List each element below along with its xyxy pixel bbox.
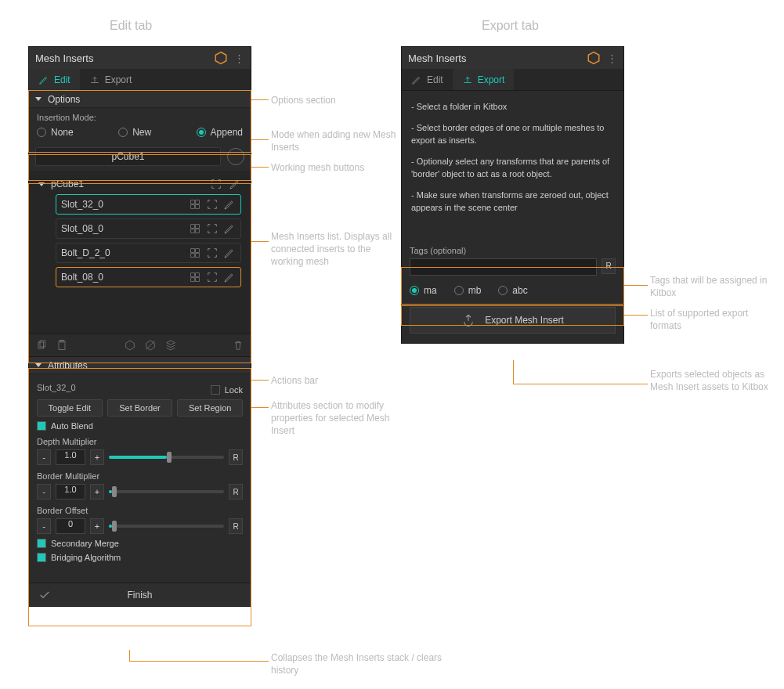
working-mesh-button[interactable]: pCube1: [35, 147, 221, 166]
svg-rect-9: [191, 249, 195, 253]
attributes-header-label: Attributes: [48, 360, 88, 371]
options-header-label: Options: [48, 94, 80, 105]
tab-export[interactable]: Export: [80, 69, 142, 90]
pencil-icon[interactable]: [229, 178, 241, 190]
border-offset-slider[interactable]: [109, 525, 224, 528]
svg-marker-0: [215, 52, 226, 64]
stack-icon[interactable]: [164, 339, 177, 352]
finish-button[interactable]: Finish: [29, 583, 251, 606]
finish-label: Finish: [127, 590, 152, 601]
panel-title: Mesh Inserts: [408, 52, 466, 64]
secondary-merge-checkbox[interactable]: Secondary Merge: [37, 539, 243, 548]
list-item[interactable]: Slot_32_0: [56, 194, 241, 215]
decrement-button[interactable]: -: [37, 449, 51, 465]
reset-button[interactable]: R: [229, 449, 243, 465]
svg-rect-6: [196, 225, 200, 229]
options-header[interactable]: Options: [29, 91, 251, 108]
list-header-label: pCube1: [51, 179, 84, 189]
working-mesh-circle-button[interactable]: [227, 148, 244, 165]
svg-rect-3: [191, 205, 195, 209]
radio-new[interactable]: New: [118, 127, 151, 138]
frame-icon[interactable]: [206, 247, 219, 259]
frame-icon[interactable]: [206, 271, 219, 283]
copy-icon[interactable]: [35, 339, 48, 352]
svg-rect-5: [191, 225, 195, 229]
increment-button[interactable]: +: [90, 449, 104, 465]
check-icon: [38, 589, 51, 601]
set-region-button[interactable]: Set Region: [177, 399, 243, 417]
frame-icon[interactable]: [210, 178, 222, 190]
pencil-icon[interactable]: [223, 247, 236, 259]
decrement-button[interactable]: -: [37, 518, 51, 534]
set-border-button[interactable]: Set Border: [107, 399, 173, 417]
svg-rect-1: [191, 200, 195, 204]
edit-panel: Mesh Inserts ⋮ Edit Export Options Inser…: [28, 46, 251, 607]
radio-abc-label: abc: [512, 285, 527, 296]
frame-icon[interactable]: [206, 198, 219, 211]
export-button[interactable]: Export Mesh Insert: [410, 307, 616, 334]
grid-icon[interactable]: [189, 247, 201, 259]
annotation-formats: List of supported export formats: [650, 307, 775, 332]
list-item[interactable]: Bolt_D_2_0: [56, 243, 241, 263]
radio-abc[interactable]: abc: [498, 285, 527, 296]
pencil-icon[interactable]: [223, 271, 236, 283]
reset-button[interactable]: R: [229, 518, 243, 534]
clipboard-icon[interactable]: [56, 339, 68, 352]
radio-ma[interactable]: ma: [410, 285, 437, 296]
lock-checkbox[interactable]: Lock: [211, 385, 243, 395]
decrement-button[interactable]: -: [37, 484, 51, 500]
svg-rect-17: [38, 342, 44, 348]
reset-button[interactable]: R: [229, 484, 243, 500]
pencil-icon[interactable]: [223, 222, 236, 235]
frame-icon[interactable]: [206, 222, 219, 235]
svg-rect-18: [40, 341, 45, 347]
border-mult-slider[interactable]: [109, 490, 224, 493]
hex-icon[interactable]: [124, 339, 136, 352]
grid-icon[interactable]: [189, 271, 201, 283]
auto-blend-checkbox[interactable]: Auto Blend: [37, 421, 243, 431]
menu-dots-icon[interactable]: ⋮: [607, 52, 617, 64]
menu-dots-icon[interactable]: ⋮: [234, 52, 244, 64]
page-title-export: Export tab: [482, 19, 539, 33]
attributes-body: Slot_32_0 Lock Toggle Edit Set Border Se…: [29, 374, 251, 572]
format-row: ma mb abc: [402, 280, 623, 301]
trash-icon[interactable]: [232, 339, 244, 352]
radio-none[interactable]: None: [37, 127, 74, 138]
pencil-icon: [411, 74, 422, 85]
export-icon: [461, 313, 475, 327]
tab-edit[interactable]: Edit: [29, 69, 80, 90]
list-item[interactable]: Slot_08_0: [56, 218, 241, 239]
radio-mb-label: mb: [468, 285, 482, 296]
tab-export[interactable]: Export: [453, 69, 515, 90]
border-offset-value[interactable]: 0: [56, 518, 85, 534]
increment-button[interactable]: +: [90, 484, 104, 500]
list-item-label: Bolt_D_2_0: [61, 247, 184, 258]
pencil-icon[interactable]: [223, 198, 236, 211]
radio-append[interactable]: Append: [197, 127, 243, 138]
toggle-edit-button[interactable]: Toggle Edit: [37, 399, 103, 417]
tags-input[interactable]: [410, 258, 597, 276]
tags-reset-button[interactable]: R: [602, 258, 616, 274]
depth-slider[interactable]: [109, 456, 224, 459]
list-item[interactable]: Bolt_08_0: [56, 267, 241, 287]
attributes-header[interactable]: Attributes: [29, 357, 251, 374]
bridging-checkbox[interactable]: Bridging Algorithm: [37, 553, 243, 562]
grid-icon[interactable]: [189, 198, 201, 211]
hex-slash-icon[interactable]: [144, 339, 157, 352]
grid-icon[interactable]: [189, 222, 201, 235]
annotation-finish: Collapses the Mesh Inserts stack / clear…: [271, 651, 443, 676]
increment-button[interactable]: +: [90, 518, 104, 534]
radio-new-label: New: [132, 127, 151, 138]
tags-section: Tags (optional) R: [402, 241, 623, 280]
titlebar: Mesh Inserts ⋮: [402, 47, 623, 69]
depth-value[interactable]: 1.0: [56, 449, 85, 465]
list-header[interactable]: pCube1: [34, 174, 246, 194]
mesh-insert-list: pCube1 Slot_32_0 Slot_08_0 Bolt_D_2_0: [29, 171, 251, 334]
bridging-label: Bridging Algorithm: [51, 553, 121, 562]
radio-mb[interactable]: mb: [454, 285, 482, 296]
border-mult-value[interactable]: 1.0: [56, 484, 85, 500]
svg-rect-16: [196, 278, 200, 282]
tab-edit[interactable]: Edit: [402, 69, 453, 90]
svg-rect-8: [196, 229, 200, 233]
annotation-list: Mesh Inserts list. Displays all connecte…: [271, 230, 396, 269]
